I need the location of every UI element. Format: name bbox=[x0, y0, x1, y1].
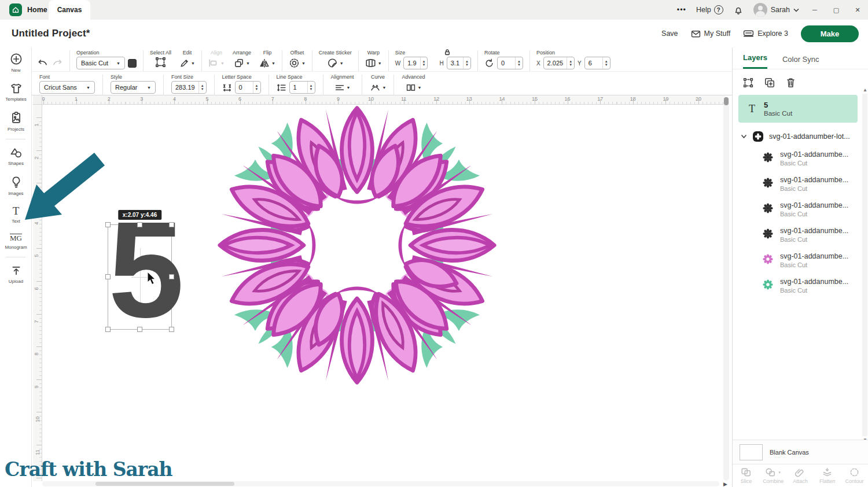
position-x-input[interactable]: 2.025▲▼ bbox=[543, 57, 575, 69]
arrange-group[interactable]: Arrange ▼ bbox=[231, 49, 253, 70]
style-select[interactable]: Regular▼ bbox=[111, 81, 156, 94]
selection-handle[interactable] bbox=[105, 274, 111, 279]
sidebar-item-new[interactable]: New bbox=[0, 47, 32, 78]
size-group: Size W 1.9▲▼ H 3.1▲▼ bbox=[393, 49, 473, 70]
wreath-image[interactable] bbox=[215, 104, 499, 387]
combine-button[interactable]: ▼ Combine bbox=[760, 464, 787, 487]
attach-button[interactable]: Attach bbox=[787, 464, 814, 487]
sidebar-item-upload[interactable]: Upload bbox=[0, 260, 32, 289]
selection-handle[interactable] bbox=[169, 327, 174, 332]
canvas-background-row[interactable]: Blank Canvas bbox=[733, 440, 868, 464]
scrollbar-thumb[interactable] bbox=[724, 97, 729, 105]
sidebar-item-templates[interactable]: Templates bbox=[0, 78, 32, 106]
selection-handle[interactable] bbox=[169, 274, 174, 279]
letter-space-input[interactable]: 0▲▼ bbox=[235, 81, 261, 94]
layer-item[interactable]: svg-01-addanumbe... Basic Cut bbox=[733, 197, 862, 222]
flip-group[interactable]: Flip ▼ bbox=[258, 49, 277, 70]
selection-handle[interactable] bbox=[105, 327, 111, 332]
scroll-up-arrow-icon[interactable]: ▲ bbox=[863, 87, 867, 93]
font-select[interactable]: Cricut Sans▼ bbox=[39, 81, 95, 94]
canvas-vertical-scrollbar[interactable] bbox=[723, 97, 729, 481]
layer-item[interactable]: svg-01-addanumbe... Basic Cut bbox=[733, 171, 862, 197]
layer-item-selected[interactable]: T 5 Basic Cut bbox=[738, 95, 858, 123]
font-size-value: 283.19 bbox=[172, 82, 198, 93]
ruler-h-number: 7 bbox=[271, 96, 274, 102]
redo-icon[interactable] bbox=[52, 58, 63, 68]
canvas-horizontal-scrollbar[interactable] bbox=[42, 481, 719, 486]
layer-type: Basic Cut bbox=[780, 235, 848, 244]
position-x-value: 2.025 bbox=[544, 57, 567, 69]
alignment-group[interactable]: Alignment ▼ bbox=[329, 73, 356, 94]
notifications-bell-icon[interactable] bbox=[733, 5, 744, 15]
undo-icon[interactable] bbox=[37, 58, 49, 68]
group-icon[interactable] bbox=[742, 77, 754, 88]
font-size-input[interactable]: 283.19▲▼ bbox=[171, 81, 207, 94]
explore-machine-button[interactable]: Explore 3 bbox=[743, 29, 788, 38]
slice-button[interactable]: Slice bbox=[733, 464, 760, 487]
overflow-menu-icon[interactable]: ••• bbox=[677, 6, 686, 14]
home-label: Home bbox=[27, 6, 47, 14]
stepper-arrows-icon[interactable]: ▲▼ bbox=[307, 82, 315, 93]
selection-handle[interactable] bbox=[137, 222, 142, 227]
stepper-arrows-icon[interactable]: ▲▼ bbox=[515, 57, 523, 69]
save-button[interactable]: Save bbox=[661, 29, 678, 38]
tab-layers[interactable]: Layers bbox=[743, 53, 767, 69]
width-input[interactable]: 1.9▲▼ bbox=[403, 57, 428, 69]
stepper-arrows-icon[interactable]: ▲▼ bbox=[198, 82, 206, 93]
window-close-button[interactable]: ✕ bbox=[852, 6, 863, 14]
my-stuff-button[interactable]: My Stuff bbox=[691, 29, 731, 38]
advanced-group[interactable]: Advanced ▼ bbox=[400, 73, 426, 94]
stepper-arrows-icon[interactable]: ▲▼ bbox=[253, 82, 260, 93]
height-input[interactable]: 3.1▲▼ bbox=[447, 57, 471, 69]
operation-select[interactable]: Basic Cut▼ bbox=[76, 57, 125, 69]
selected-text-object[interactable]: x:2.07 y:4.46 5 bbox=[108, 224, 172, 330]
home-tab[interactable]: Home bbox=[9, 0, 47, 20]
offset-group[interactable]: Offset ▼ bbox=[287, 49, 307, 70]
sidebar-item-projects[interactable]: Projects bbox=[0, 106, 32, 136]
scrollbar-thumb[interactable] bbox=[95, 482, 234, 486]
chevron-expand-icon[interactable] bbox=[741, 134, 747, 139]
trash-icon[interactable] bbox=[785, 77, 796, 88]
scroll-right-arrow-icon[interactable]: ▶ bbox=[723, 481, 727, 487]
layer-group-row[interactable]: svg-01-addanumber-lot... bbox=[733, 123, 862, 146]
create-sticker-group[interactable]: Create Sticker ▼ bbox=[317, 49, 354, 70]
sidebar-item-monogram[interactable]: ΜG Monogram bbox=[0, 228, 32, 254]
selection-handle[interactable] bbox=[137, 327, 142, 332]
lock-aspect-icon[interactable] bbox=[443, 49, 451, 56]
layers-scrollbar[interactable]: ▲ ▼ bbox=[862, 94, 867, 436]
window-minimize-button[interactable]: ─ bbox=[809, 6, 821, 13]
tab-canvas[interactable]: Canvas bbox=[49, 0, 90, 20]
tab-color-sync[interactable]: Color Sync bbox=[782, 55, 819, 69]
sidebar-item-label: Upload bbox=[9, 279, 23, 284]
rotate-input[interactable]: 0▲▼ bbox=[497, 57, 523, 69]
edit-group[interactable]: Edit ▼ bbox=[178, 49, 197, 70]
window-maximize-button[interactable]: ▢ bbox=[830, 6, 842, 14]
layer-item[interactable]: svg-01-addanumbe... Basic Cut bbox=[733, 248, 862, 273]
layer-item[interactable]: svg-01-addanumbe... Basic Cut bbox=[733, 273, 862, 298]
make-button[interactable]: Make bbox=[801, 25, 859, 42]
select-all-icon bbox=[155, 57, 166, 68]
curve-group[interactable]: Curve ▼ bbox=[368, 73, 388, 94]
rotate-icon[interactable] bbox=[484, 58, 494, 68]
design-canvas[interactable]: 01234567891011121314151617181920 1234567… bbox=[32, 95, 732, 487]
operation-label: Operation bbox=[76, 50, 100, 56]
stepper-arrows-icon[interactable]: ▲▼ bbox=[420, 57, 428, 69]
blank-canvas-swatch[interactable] bbox=[740, 444, 763, 460]
select-all-group[interactable]: Select All bbox=[148, 49, 173, 68]
help-button[interactable]: Help ? bbox=[696, 5, 723, 14]
user-menu[interactable]: Sarah bbox=[753, 3, 799, 17]
stepper-arrows-icon[interactable]: ▲▼ bbox=[463, 57, 470, 69]
flatten-button[interactable]: Flatten bbox=[814, 464, 841, 487]
stepper-arrows-icon[interactable]: ▲▼ bbox=[567, 57, 574, 69]
duplicate-icon[interactable] bbox=[764, 77, 775, 88]
warp-group[interactable]: Warp ▼ bbox=[363, 49, 384, 70]
contour-button[interactable]: Contour bbox=[841, 464, 868, 487]
position-y-input[interactable]: 6▲▼ bbox=[584, 57, 610, 69]
line-space-input[interactable]: 1▲▼ bbox=[289, 81, 315, 94]
operation-color-swatch[interactable] bbox=[128, 59, 137, 68]
layer-item[interactable]: svg-01-addanumbe... Basic Cut bbox=[733, 222, 862, 248]
layer-item[interactable]: svg-01-addanumbe... Basic Cut bbox=[733, 146, 862, 171]
selection-handle[interactable] bbox=[169, 222, 174, 227]
layer-tools: Slice ▼ Combine Attach Flatten Contour bbox=[733, 464, 868, 487]
stepper-arrows-icon[interactable]: ▲▼ bbox=[602, 57, 610, 69]
